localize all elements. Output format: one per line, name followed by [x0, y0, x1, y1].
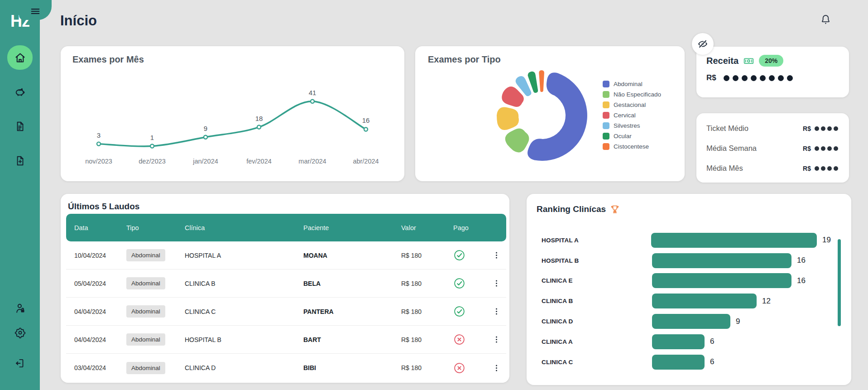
table-header: Data Tipo Clínica Paciente Valor Pago: [66, 214, 506, 241]
average-row: Média MêsR$: [706, 164, 838, 173]
average-value: R$: [803, 145, 838, 152]
masked-dot: [821, 166, 825, 171]
file-plus-icon: [14, 155, 26, 167]
masked-dot: [834, 126, 838, 131]
card-ranking-clinics: Ranking Clinícas HOSPITAL A19HOSPITAL B1…: [527, 194, 851, 385]
data-point: [257, 125, 261, 129]
ranking-bar: [652, 334, 705, 349]
revenue-currency: R$: [706, 73, 716, 82]
ranking-bar: [652, 273, 791, 288]
cell-paciente: PANTERA: [303, 308, 401, 315]
masked-dot: [751, 75, 757, 81]
masked-dot: [821, 126, 825, 131]
revenue-masked-value: [724, 75, 793, 81]
main-content: Início Exames por Mês 3nov/20231dez/2023…: [40, 0, 868, 390]
ranking-row: HOSPITAL A19: [537, 230, 831, 250]
row-menu-kebab-icon[interactable]: [490, 305, 503, 318]
donut-segment-3: [502, 87, 524, 107]
sidebar-item-settings[interactable]: [7, 320, 33, 345]
row-menu-kebab-icon[interactable]: [490, 277, 503, 289]
cell-data: 05/04/2024: [74, 280, 126, 287]
average-label: Média Mês: [706, 164, 743, 173]
masked-dot: [827, 146, 832, 151]
average-currency: R$: [803, 125, 811, 132]
ranking-row: CLINICA C6: [537, 352, 831, 372]
card-averages: Ticket MédioR$Média SemanaR$Média MêsR$: [696, 113, 849, 183]
point-value-label: 18: [255, 115, 263, 122]
x-axis-label: dez/2023: [139, 158, 166, 165]
sidebar: Hz: [0, 0, 40, 390]
cell-tipo: Abdominal: [126, 249, 185, 261]
line-chart: 3nov/20231dez/20239jan/202418fev/202441m…: [61, 72, 404, 178]
average-value: R$: [803, 165, 838, 172]
menu-icon[interactable]: [30, 6, 40, 16]
masked-dot: [834, 146, 838, 151]
money-bill-icon: [743, 55, 754, 67]
ranking-clinic-label: HOSPITAL A: [537, 237, 651, 244]
legend-item[interactable]: Abdominal: [603, 81, 661, 87]
ranking-value: 9: [736, 317, 740, 326]
ranking-scrollbar[interactable]: [838, 239, 841, 326]
cell-paciente: BART: [303, 336, 401, 343]
row-menu-kebab-icon[interactable]: [490, 333, 503, 346]
ranking-bar: [652, 294, 757, 308]
data-point: [311, 100, 314, 103]
cell-tipo: Abdominal: [126, 333, 185, 346]
bell-icon[interactable]: [820, 14, 832, 27]
table-row: 05/04/2024AbdominalCLINICA BBELAR$ 180: [66, 270, 506, 298]
sidebar-item-users-security[interactable]: [7, 296, 33, 320]
row-menu-kebab-icon[interactable]: [490, 249, 503, 261]
exam-type-chip: Abdominal: [126, 249, 165, 261]
cell-tipo: Abdominal: [126, 305, 185, 318]
data-point: [204, 135, 207, 139]
legend-item[interactable]: Cervical: [603, 112, 661, 119]
legend-item[interactable]: Gestacional: [603, 101, 661, 108]
cell-paciente: MOANA: [303, 252, 401, 259]
table-row: 10/04/2024AbdominalHOSPITAL AMOANAR$ 180: [66, 241, 506, 270]
ranking-bars: HOSPITAL A19HOSPITAL B16CLINICA E16CLINI…: [537, 230, 831, 372]
masked-dot: [815, 146, 819, 151]
x-axis-label: abr/2024: [353, 158, 379, 165]
average-masked-value: [815, 146, 838, 151]
ranking-clinic-label: CLINICA D: [537, 318, 652, 325]
legend-item[interactable]: Não Especificado: [603, 91, 661, 98]
sidebar-item-new-report[interactable]: [7, 149, 33, 173]
sidebar-item-home[interactable]: [7, 45, 33, 70]
x-axis-label: jan/2024: [192, 158, 218, 165]
line-series: [99, 101, 366, 146]
ranking-row: CLINICA A6: [537, 332, 831, 352]
masked-dot: [769, 75, 775, 81]
x-axis-label: nov/2023: [85, 158, 112, 165]
table-row: 04/04/2024AbdominalCLINICA CPANTERAR$ 18…: [66, 298, 506, 326]
eye-off-icon[interactable]: [692, 33, 714, 55]
cell-clinica: CLINICA B: [185, 280, 303, 287]
masked-dot: [815, 126, 819, 131]
row-menu-kebab-icon[interactable]: [490, 362, 503, 374]
cell-data: 04/04/2024: [74, 336, 126, 343]
cell-valor: R$ 180: [401, 336, 451, 343]
sidebar-item-logout[interactable]: [7, 351, 33, 376]
card-exams-per-month: Exames por Mês 3nov/20231dez/20239jan/20…: [61, 46, 404, 181]
masked-dot: [724, 75, 729, 81]
cell-paciente: BELA: [303, 280, 401, 287]
average-currency: R$: [803, 145, 811, 152]
donut-segment-6: [539, 70, 544, 92]
sidebar-item-reports[interactable]: [7, 114, 33, 139]
column-header-tipo: Tipo: [126, 224, 185, 231]
masked-dot: [787, 75, 793, 81]
masked-dot: [834, 166, 838, 171]
ranking-value: 12: [762, 297, 771, 306]
legend-swatch: [603, 133, 609, 140]
home-icon: [14, 52, 26, 64]
legend-item[interactable]: Cistocentese: [603, 143, 661, 150]
legend-item[interactable]: Ocular: [603, 133, 661, 140]
average-label: Ticket Médio: [706, 124, 748, 133]
ranking-bar: [652, 314, 730, 329]
ranking-bar: [652, 355, 705, 370]
cell-paciente: BIBI: [303, 364, 401, 371]
paid-status-icon: [451, 249, 490, 261]
sidebar-item-finance[interactable]: [7, 80, 33, 104]
cell-tipo: Abdominal: [126, 362, 185, 374]
cell-valor: R$ 180: [401, 252, 451, 259]
legend-item[interactable]: Silvestres: [603, 122, 661, 129]
